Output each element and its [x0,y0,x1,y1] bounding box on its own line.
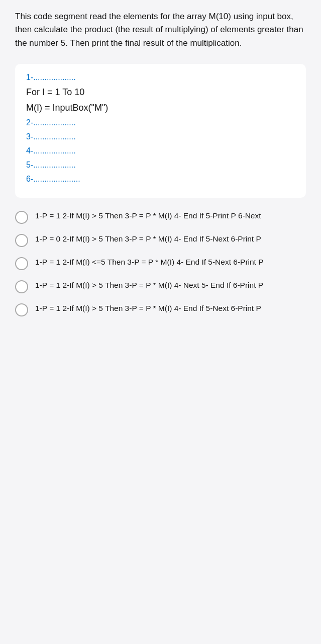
radio-button-1[interactable] [15,211,28,224]
radio-button-3[interactable] [15,257,28,270]
code-line-3-num: 3-................... [26,132,295,141]
option-item-3[interactable]: 1-P = 1 2-If M(I) <=5 Then 3-P = P * M(I… [15,256,306,270]
option-text-4: 1-P = 1 2-If M(I) > 5 Then 3-P = P * M(I… [35,279,263,291]
radio-button-4[interactable] [15,280,28,293]
option-text-5: 1-P = 1 2-If M(I) > 5 Then 3-P = P * M(I… [35,302,261,314]
options-list: 1-P = 1 2-If M(I) > 5 Then 3-P = P * M(I… [15,210,306,316]
code-line-for: For I = 1 To 10 [26,87,295,98]
code-line-m: M(I) = InputBox("M") [26,103,295,113]
code-line-5-num: 5-................... [26,160,295,170]
option-item-4[interactable]: 1-P = 1 2-If M(I) > 5 Then 3-P = P * M(I… [15,279,306,293]
code-line-6-num: 6-..................... [26,175,295,184]
code-line-1-num: 1-................... [26,73,295,82]
option-item-2[interactable]: 1-P = 0 2-If M(I) > 5 Then 3-P = P * M(I… [15,233,306,247]
radio-button-5[interactable] [15,303,28,316]
option-text-3: 1-P = 1 2-If M(I) <=5 Then 3-P = P * M(I… [35,256,264,268]
option-text-2: 1-P = 0 2-If M(I) > 5 Then 3-P = P * M(I… [35,233,261,245]
option-text-1: 1-P = 1 2-If M(I) > 5 Then 3-P = P * M(I… [35,210,261,222]
radio-button-2[interactable] [15,234,28,247]
option-item-1[interactable]: 1-P = 1 2-If M(I) > 5 Then 3-P = P * M(I… [15,210,306,224]
code-line-2-num: 2-................... [26,118,295,127]
option-item-5[interactable]: 1-P = 1 2-If M(I) > 5 Then 3-P = P * M(I… [15,302,306,316]
code-block: 1-................... For I = 1 To 10 M(… [15,64,306,198]
code-line-4-num: 4-................... [26,146,295,155]
description-text: This code segment read the elements for … [15,10,306,50]
